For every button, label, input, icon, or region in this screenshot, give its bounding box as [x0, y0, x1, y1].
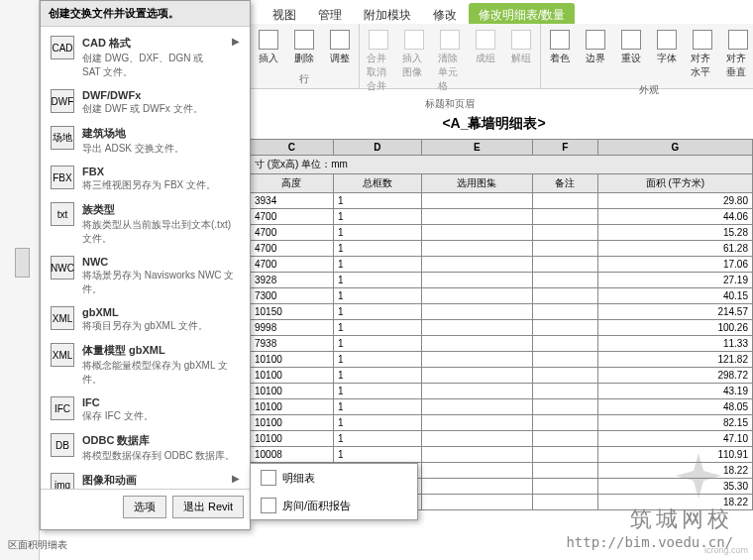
cell[interactable]: 214.57 — [597, 304, 752, 320]
cell[interactable]: 1 — [333, 415, 421, 431]
cell[interactable]: 27.19 — [597, 273, 752, 288]
cell[interactable] — [532, 225, 597, 241]
cell[interactable] — [421, 479, 532, 495]
cell[interactable]: 3934 — [251, 193, 334, 209]
cell[interactable]: 10100 — [251, 352, 334, 368]
cell[interactable]: 10100 — [251, 431, 334, 447]
table-row[interactable]: 4700161.28 — [251, 241, 753, 257]
table-row[interactable]: 4700144.06 — [251, 209, 753, 225]
cell[interactable]: 7938 — [251, 336, 334, 352]
table-row[interactable]: 10100147.10 — [251, 431, 753, 447]
ribbon-btn-0-0[interactable]: 插入 — [254, 28, 283, 67]
cell[interactable] — [421, 241, 532, 257]
cell[interactable] — [532, 415, 597, 431]
ribbon-btn-2-4[interactable]: 对齐水平 — [688, 28, 717, 81]
cell[interactable]: 1 — [333, 447, 421, 463]
cell[interactable] — [421, 336, 532, 352]
cell[interactable] — [421, 495, 532, 510]
cell[interactable]: 4700 — [251, 209, 334, 225]
cell[interactable] — [421, 447, 532, 463]
table-row[interactable]: 10100143.19 — [251, 384, 753, 399]
cell[interactable] — [532, 463, 597, 479]
export-item-8[interactable]: IFCIFC保存 IFC 文件。 — [43, 392, 248, 428]
ribbon-btn-2-0[interactable]: 着色 — [545, 28, 575, 67]
cell[interactable]: 121.82 — [597, 352, 752, 368]
cell[interactable] — [532, 304, 597, 320]
cell[interactable]: 1 — [333, 209, 421, 225]
cell[interactable] — [532, 273, 597, 288]
table-row[interactable]: 101501214.57 — [251, 304, 753, 320]
cell[interactable]: 1 — [333, 273, 421, 288]
cell[interactable] — [532, 384, 597, 399]
col-header[interactable]: 高度 — [251, 174, 334, 193]
cell[interactable]: 10150 — [251, 304, 334, 320]
cell[interactable]: 1 — [333, 431, 421, 447]
export-item-7[interactable]: XML体量模型 gbXML将概念能量模型保存为 gbXML 文件。 — [43, 338, 248, 392]
cell[interactable] — [421, 209, 532, 225]
cell[interactable] — [421, 415, 532, 431]
cell[interactable]: 1 — [333, 288, 421, 304]
col-header[interactable]: 总框数 — [333, 174, 421, 193]
cell[interactable]: 10100 — [251, 415, 334, 431]
cell[interactable] — [421, 352, 532, 368]
cell[interactable]: 9998 — [251, 320, 334, 336]
cell[interactable] — [532, 320, 597, 336]
cell[interactable] — [532, 399, 597, 415]
cell[interactable]: 100.26 — [597, 320, 752, 336]
cell[interactable]: 44.06 — [597, 209, 752, 225]
export-item-5[interactable]: NWCNWC将场景另存为 Navisworks NWC 文件。 — [43, 251, 248, 301]
col-letter[interactable]: D — [333, 140, 421, 156]
cell[interactable]: 1 — [333, 257, 421, 273]
export-item-6[interactable]: XMLgbXML将项目另存为 gbXML 文件。 — [43, 301, 248, 338]
cell[interactable]: 1 — [333, 320, 421, 336]
table-row[interactable]: 101001121.82 — [251, 352, 753, 368]
cell[interactable]: 7300 — [251, 288, 334, 304]
table-row[interactable]: 10100182.15 — [251, 415, 753, 431]
cell[interactable] — [532, 241, 597, 257]
col-header[interactable]: 选用图集 — [421, 174, 532, 193]
cell[interactable]: 1 — [333, 241, 421, 257]
cell[interactable]: 61.28 — [597, 241, 752, 257]
cell[interactable] — [532, 288, 597, 304]
cell[interactable] — [421, 304, 532, 320]
col-header[interactable]: 备注 — [532, 174, 597, 193]
left-expand-tab[interactable] — [15, 248, 30, 278]
table-row[interactable]: 3928127.19 — [251, 273, 753, 288]
cell[interactable] — [421, 193, 532, 209]
cell[interactable]: 43.19 — [597, 384, 752, 399]
table-row[interactable]: 4700115.28 — [251, 225, 753, 241]
table-row[interactable]: 10100148.05 — [251, 399, 753, 415]
cell[interactable] — [421, 320, 532, 336]
ribbon-btn-0-1[interactable]: 删除 — [289, 28, 319, 67]
cell[interactable] — [532, 257, 597, 273]
col-letter[interactable]: G — [597, 140, 752, 156]
cell[interactable]: 47.10 — [597, 431, 752, 447]
submenu-item-0[interactable]: 明细表 — [251, 464, 417, 492]
table-row[interactable]: 4700117.06 — [251, 257, 753, 273]
export-item-10[interactable]: img图像和动画保存动画或图像文件。▶ — [43, 468, 248, 489]
cell[interactable]: 10100 — [251, 384, 334, 399]
cell[interactable]: 1 — [333, 225, 421, 241]
cell[interactable]: 48.05 — [597, 399, 752, 415]
cell[interactable] — [532, 209, 597, 225]
exit-revit-button[interactable]: 退出 Revit — [172, 496, 244, 518]
cell[interactable] — [532, 368, 597, 384]
cell[interactable] — [421, 384, 532, 399]
ribbon-btn-2-2[interactable]: 重设 — [616, 28, 646, 67]
cell[interactable]: 1 — [333, 336, 421, 352]
cell[interactable]: 15.28 — [597, 225, 752, 241]
export-item-4[interactable]: txt族类型将族类型从当前族导出到文本(.txt)文件。 — [43, 197, 248, 251]
cell[interactable] — [421, 257, 532, 273]
cell[interactable]: 298.72 — [597, 368, 752, 384]
ribbon-btn-2-3[interactable]: 字体 — [652, 28, 682, 67]
options-button[interactable]: 选项 — [123, 496, 166, 518]
cell[interactable]: 17.06 — [597, 257, 752, 273]
cell[interactable]: 10100 — [251, 368, 334, 384]
cell[interactable]: 1 — [333, 193, 421, 209]
cell[interactable]: 4700 — [251, 241, 334, 257]
cell[interactable]: 3928 — [251, 273, 334, 288]
cell[interactable]: 1 — [333, 399, 421, 415]
cell[interactable]: 11.33 — [597, 336, 752, 352]
table-row[interactable]: 7938111.33 — [251, 336, 753, 352]
cell[interactable]: 4700 — [251, 225, 334, 241]
